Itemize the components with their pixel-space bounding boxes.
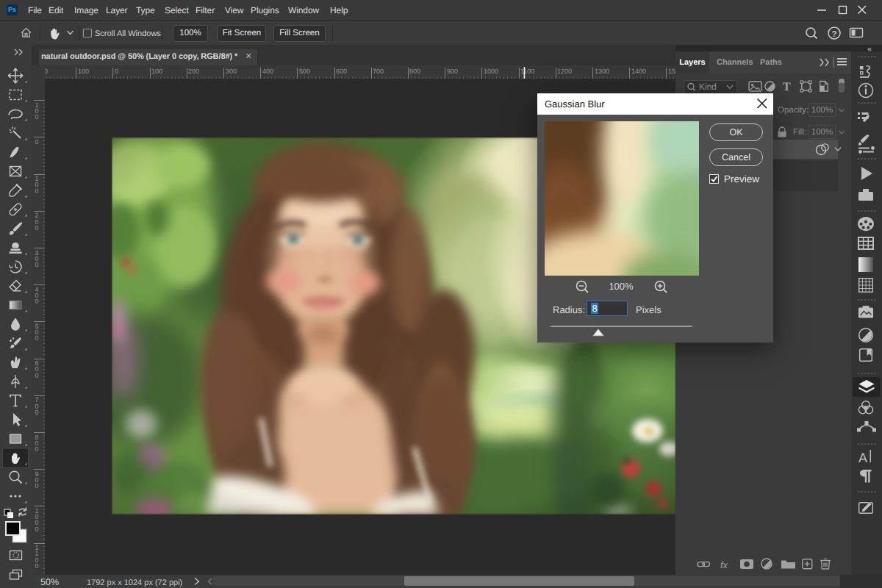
svg-text:?: ? bbox=[831, 30, 836, 39]
svg-text:1100: 1100 bbox=[520, 68, 534, 75]
svg-text:T: T bbox=[783, 81, 791, 93]
svg-text:A: A bbox=[858, 451, 867, 465]
svg-text:Kind: Kind bbox=[699, 82, 717, 92]
svg-text:0: 0 bbox=[115, 68, 118, 75]
svg-text:0: 0 bbox=[35, 482, 39, 490]
svg-text:800: 800 bbox=[409, 68, 420, 75]
svg-text:900: 900 bbox=[447, 68, 458, 75]
svg-text:100: 100 bbox=[151, 68, 162, 75]
svg-text:100: 100 bbox=[78, 68, 89, 75]
svg-text:500: 500 bbox=[299, 68, 310, 75]
svg-text:0: 0 bbox=[35, 526, 39, 533]
svg-text:1000: 1000 bbox=[484, 68, 498, 75]
svg-text:1300: 1300 bbox=[595, 68, 609, 75]
svg-text:0: 0 bbox=[35, 372, 39, 379]
svg-text:«: « bbox=[867, 45, 872, 54]
svg-text:0: 0 bbox=[35, 113, 39, 121]
svg-text:1200: 1200 bbox=[557, 68, 572, 75]
svg-text:200: 200 bbox=[188, 68, 199, 75]
svg-text:700: 700 bbox=[373, 68, 384, 75]
svg-text:0: 0 bbox=[35, 261, 39, 268]
svg-text:0: 0 bbox=[35, 334, 39, 342]
svg-text:Scroll All Windows: Scroll All Windows bbox=[95, 29, 161, 38]
svg-text:100%: 100% bbox=[609, 281, 634, 292]
svg-text:0: 0 bbox=[35, 298, 39, 305]
svg-text:0: 0 bbox=[35, 138, 39, 146]
svg-text:300: 300 bbox=[226, 68, 237, 75]
svg-text:0: 0 bbox=[35, 224, 39, 232]
svg-text:400: 400 bbox=[262, 68, 273, 75]
svg-text:fx: fx bbox=[720, 559, 728, 570]
svg-text:0: 0 bbox=[35, 445, 39, 453]
svg-text:0: 0 bbox=[35, 409, 39, 416]
svg-text:0: 0 bbox=[35, 562, 39, 570]
svg-text:1400: 1400 bbox=[631, 68, 646, 75]
svg-text:0: 0 bbox=[35, 187, 39, 195]
svg-text:600: 600 bbox=[336, 68, 347, 75]
